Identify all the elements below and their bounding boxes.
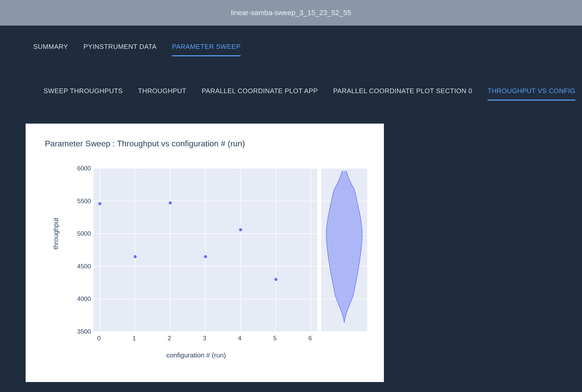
violin-shape: [324, 171, 365, 327]
data-point[interactable]: [274, 278, 277, 281]
page-title: linear-samba-sweep_3_15_23_52_55: [231, 9, 351, 17]
subtab-parallel-coordinate-plot-app[interactable]: PARALLEL COORDINATE PLOT APP: [202, 87, 318, 101]
chart-title: Parameter Sweep : Throughput vs configur…: [45, 139, 245, 148]
tabs-primary: SUMMARY PYINSTRUMENT DATA PARAMETER SWEE…: [0, 26, 582, 56]
x-tick-label: 4: [238, 335, 241, 342]
data-point[interactable]: [134, 255, 137, 258]
scatter-grid: [93, 168, 317, 332]
data-point[interactable]: [239, 228, 242, 231]
scatter-plot-area[interactable]: [93, 168, 317, 332]
subtab-throughput[interactable]: THROUGHPUT: [138, 87, 186, 101]
x-tick-label: 6: [308, 335, 312, 342]
subtab-parallel-coordinate-plot-section-0[interactable]: PARALLEL COORDINATE PLOT SECTION 0: [333, 87, 472, 101]
data-point[interactable]: [98, 202, 101, 205]
tabs-secondary: SWEEP THROUGHPUTS THROUGHPUT PARALLEL CO…: [44, 87, 575, 101]
x-axis-label: configuration # (run): [166, 351, 226, 359]
x-tick-label: 1: [133, 335, 136, 342]
y-tick-label: 3500: [73, 328, 91, 335]
y-axis-label: throughput: [52, 218, 60, 249]
y-tick-label: 4000: [73, 295, 91, 302]
tabs-secondary-wrap: SWEEP THROUGHPUTS THROUGHPUT PARALLEL CO…: [0, 56, 582, 101]
x-tick-label: 2: [168, 335, 171, 342]
x-tick-label: 5: [273, 335, 277, 342]
subtab-sweep-throughputs[interactable]: SWEEP THROUGHPUTS: [44, 87, 123, 101]
y-tick-label: 5500: [73, 198, 91, 205]
tab-pyinstrument-data[interactable]: PYINSTRUMENT DATA: [83, 43, 157, 56]
y-tick-label: 4500: [73, 263, 91, 270]
tab-summary[interactable]: SUMMARY: [33, 43, 68, 56]
y-tick-label: 5000: [73, 230, 91, 237]
x-tick-label: 3: [203, 335, 206, 342]
data-point[interactable]: [204, 255, 207, 258]
violin-plot-area[interactable]: [321, 168, 367, 332]
top-bar: linear-samba-sweep_3_15_23_52_55: [0, 0, 582, 26]
tab-parameter-sweep[interactable]: PARAMETER SWEEP: [172, 43, 241, 56]
data-point[interactable]: [169, 201, 172, 204]
x-tick-label: 0: [97, 335, 101, 342]
subtab-throughput-vs-config[interactable]: THROUGHPUT VS CONFIG: [488, 87, 575, 101]
chart-card: Parameter Sweep : Throughput vs configur…: [26, 124, 384, 382]
y-tick-label: 6000: [73, 165, 91, 172]
